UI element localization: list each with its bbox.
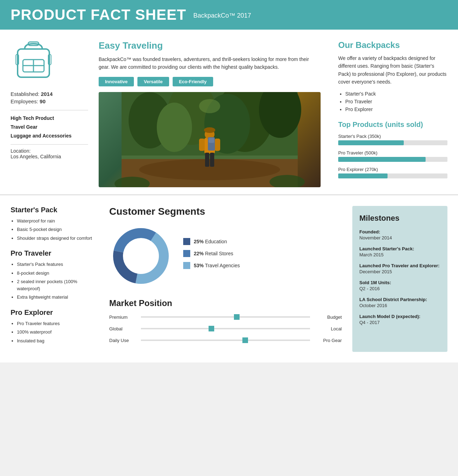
- segments-legend: 25% Education 22% Retail Stores 53% Trav…: [183, 238, 240, 274]
- market-track: [141, 316, 310, 318]
- milestone-item: Launched Starter's Pack: March 2015: [359, 246, 440, 257]
- market-dot: [242, 337, 248, 343]
- list-item: Starter's Pack: [345, 91, 447, 97]
- bar-item: Pro Explorer (270k): [338, 167, 447, 178]
- tag-innovative: Innovative: [99, 77, 134, 86]
- milestone-value: October 2016: [359, 303, 440, 308]
- milestone-item: Launch Model D (expected): Q4 - 2017: [359, 314, 440, 325]
- list-item: Pro Traveler: [345, 99, 447, 104]
- svg-point-32: [123, 238, 159, 274]
- bar-fill: [338, 157, 426, 162]
- backpack-list: Starter's PackPro TravelerPro Explorer: [338, 91, 447, 112]
- product-features: Starter's Pack features8-pocket design2 …: [11, 261, 99, 301]
- product-features: Pro Traveler features100% waterproofInsu…: [11, 320, 99, 344]
- tag-eco-friendly: Eco-Friendly: [173, 77, 213, 86]
- svg-rect-20: [215, 139, 220, 151]
- bar-label: Starter's Pack (350k): [338, 134, 447, 139]
- legend-item: 22% Retail Stores: [183, 250, 240, 257]
- bar-label: Pro Explorer (270k): [338, 167, 447, 172]
- bottom-section: Starter's PackWaterproof for rainBasic 5…: [0, 195, 458, 363]
- list-item: 8-pocket design: [17, 270, 99, 277]
- milestone-label: Launch Model D (expected):: [359, 314, 440, 319]
- svg-point-17: [139, 159, 280, 180]
- milestone-label: Founded:: [359, 229, 440, 234]
- milestone-value: December 2015: [359, 269, 440, 274]
- tag-versatile: Versatile: [137, 77, 169, 86]
- svg-point-16: [199, 99, 220, 113]
- legend-item: 53% Travel Agencies: [183, 262, 240, 269]
- location-value: Los Angeles, California: [11, 154, 88, 159]
- milestone-item: Sold 1M Units: Q2 - 2016: [359, 280, 440, 291]
- milestone-item: LA School District Partnership: October …: [359, 297, 440, 308]
- list-item: Shoulder straps designed for comfort: [17, 235, 99, 242]
- milestone-label: Sold 1M Units:: [359, 280, 440, 285]
- header: PRODUCT FACT SHEET BackpackCo™ 2017: [0, 0, 458, 30]
- bar-chart: Starter's Pack (350k) Pro Traveler (500k…: [338, 134, 447, 178]
- market-track: [141, 328, 310, 329]
- mid-description: BackpackCo™ was founded travelers, adven…: [99, 55, 321, 71]
- list-item: Waterproof for rain: [17, 218, 99, 225]
- market-label-left: Global: [109, 326, 141, 331]
- svg-rect-19: [199, 139, 205, 151]
- milestone-value: Q2 - 2016: [359, 286, 440, 291]
- page: PRODUCT FACT SHEET BackpackCo™ 2017 Esta…: [0, 0, 458, 362]
- market-label-left: Premium: [109, 315, 141, 320]
- bar-label: Pro Traveler (500k): [338, 150, 447, 155]
- legend-text: 53% Travel Agencies: [194, 263, 240, 268]
- legend-color: [183, 250, 190, 257]
- milestone-item: Founded: November 2014: [359, 229, 440, 240]
- list-item: Insulated bag: [17, 337, 99, 344]
- svg-rect-22: [210, 153, 214, 167]
- milestone-label: LA School District Partnership:: [359, 297, 440, 302]
- bottom-mid-column: Customer Segments 25% Education 22% Reta…: [109, 206, 342, 352]
- top-products-title: Top Products (units sold): [338, 121, 447, 129]
- employees-info: Employees: 90: [11, 98, 88, 104]
- svg-rect-21: [205, 153, 209, 167]
- established-info: Established: 2014: [11, 91, 88, 97]
- backpack-icon: [11, 40, 56, 83]
- legend-color: [183, 262, 190, 269]
- segments-title: Customer Segments: [109, 206, 342, 217]
- list-item: Extra lightweight material: [17, 294, 99, 301]
- donut-chart: [109, 224, 173, 288]
- legend-text: 25% Education: [194, 239, 227, 244]
- market-label-right: Local: [310, 326, 342, 331]
- svg-point-24: [204, 127, 215, 133]
- market-label-right: Budget: [310, 315, 342, 320]
- product-section-title: Pro Explorer: [11, 309, 99, 317]
- categories: High Tech ProductTravel GearLuggage and …: [11, 114, 88, 141]
- milestone-value: March 2015: [359, 252, 440, 257]
- milestone-value: November 2014: [359, 235, 440, 240]
- milestone-value: Q4 - 2017: [359, 320, 440, 325]
- market-label-right: Pro Gear: [310, 338, 342, 343]
- mid-title: Easy Traveling: [99, 40, 321, 51]
- milestone-label: Launched Starter's Pack:: [359, 246, 440, 251]
- milestones-title: Milestones: [359, 214, 440, 223]
- list-item: Pro Traveler features: [17, 320, 99, 327]
- header-subtitle: BackpackCo™ 2017: [193, 12, 251, 19]
- our-backpacks-desc: We offer a variety of backpacks designed…: [338, 54, 447, 86]
- product-features: Waterproof for rainBasic 5-pocket design…: [11, 218, 99, 242]
- divider-2: [11, 144, 88, 145]
- bar-fill: [338, 140, 404, 145]
- divider-1: [11, 110, 88, 110]
- market-title: Market Position: [109, 298, 342, 308]
- milestone-label: Launched Pro Traveler and Explorer:: [359, 263, 440, 268]
- right-column: Our Backpacks We offer a variety of back…: [338, 40, 447, 187]
- market-label-left: Daily Use: [109, 338, 141, 343]
- svg-point-14: [157, 103, 192, 152]
- product-section-title: Starter's Pack: [11, 206, 99, 214]
- bar-item: Starter's Pack (350k): [338, 134, 447, 145]
- legend-text: 22% Retail Stores: [194, 251, 233, 256]
- market-row: Daily Use Pro Gear: [109, 338, 342, 343]
- milestone-item: Launched Pro Traveler and Explorer: Dece…: [359, 263, 440, 274]
- bottom-left-column: Starter's PackWaterproof for rainBasic 5…: [11, 206, 99, 352]
- donut-section: 25% Education 22% Retail Stores 53% Trav…: [109, 224, 342, 288]
- product-image: [99, 92, 321, 187]
- svg-rect-26: [209, 138, 214, 143]
- list-item: Pro Explorer: [345, 106, 447, 112]
- market-row: Global Local: [109, 326, 342, 331]
- list-item: 100% waterproof: [17, 329, 99, 336]
- our-backpacks-title: Our Backpacks: [338, 40, 447, 50]
- location-label: Location:: [11, 148, 88, 154]
